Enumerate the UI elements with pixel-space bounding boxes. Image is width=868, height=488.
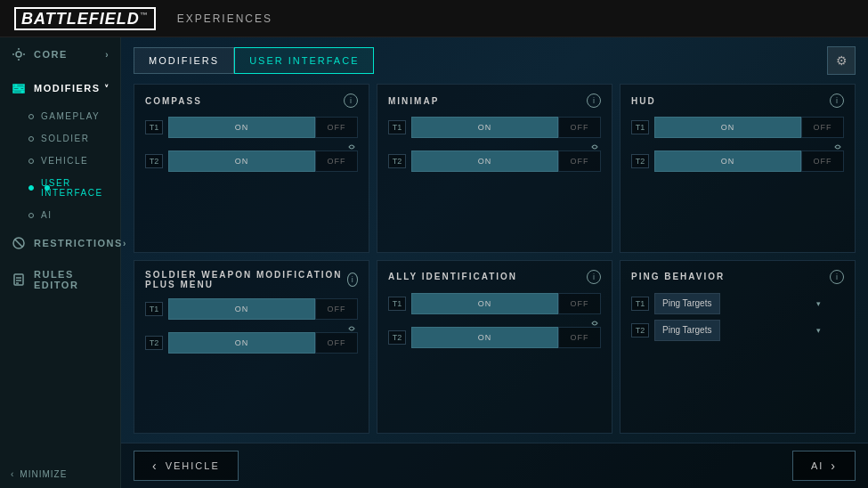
toggle-on-soldier-weapon-1[interactable]: ON <box>168 332 315 354</box>
sidebar-item-user-interface[interactable]: User Interface <box>28 172 120 204</box>
sidebar: CORE › MODIFIERS ˅ Gameplay <box>0 37 121 488</box>
chain-link-icon-ally-identification[interactable] <box>588 320 601 327</box>
toggle-on-hud-0[interactable]: ON <box>654 117 801 138</box>
topbar: BATTLEFIELD™ EXPERIENCES <box>0 0 868 37</box>
sidebar-dot-vehicle <box>28 159 34 164</box>
sidebar-label-rules-editor: RULES EDITOR <box>34 269 110 290</box>
gear-icon: ⚙ <box>836 53 848 68</box>
card-header-soldier-weapon: SOLDIER WEAPON MODIFICATION PLUS MENUi <box>145 270 358 289</box>
toggle-on-compass-0[interactable]: ON <box>168 117 315 138</box>
sidebar-minimize-button[interactable]: ‹ MINIMIZE <box>0 460 120 488</box>
prev-nav-label: VEHICLE <box>166 460 220 471</box>
toggle-off-soldier-weapon-1[interactable]: OFF <box>315 332 358 354</box>
toggle-switch-soldier-weapon-0[interactable]: ONOFF <box>168 298 358 320</box>
info-icon-hud[interactable]: i <box>830 94 844 108</box>
toggle-on-compass-1[interactable]: ON <box>168 150 315 172</box>
svg-point-4 <box>15 85 18 87</box>
svg-line-8 <box>15 240 23 248</box>
tier-label-ping-behavior-1: T2 <box>631 323 649 338</box>
sidebar-dot-soldier <box>28 136 34 142</box>
prev-arrow-icon: ‹ <box>152 459 158 473</box>
toggle-on-minimap-0[interactable]: ON <box>411 117 558 138</box>
sidebar-label-modifiers: MODIFIERS <box>34 83 101 94</box>
toggle-switch-minimap-0[interactable]: ONOFF <box>411 117 601 138</box>
toggle-off-ally-identification-1[interactable]: OFF <box>558 327 601 348</box>
toggle-on-soldier-weapon-0[interactable]: ON <box>168 298 315 320</box>
svg-point-5 <box>19 87 21 90</box>
tabs-bar: MODIFIERS USER INTERFACE ⚙ <box>121 37 868 75</box>
toggle-on-ally-identification-0[interactable]: ON <box>411 293 558 314</box>
sidebar-label-vehicle: Vehicle <box>41 156 88 166</box>
toggle-off-ally-identification-0[interactable]: OFF <box>558 293 601 314</box>
chain-container-hud <box>631 143 844 150</box>
tier-label-hud-0: T1 <box>631 120 649 134</box>
chain-container-compass <box>145 143 358 150</box>
toggle-switch-hud-1[interactable]: ONOFF <box>654 150 844 172</box>
info-icon-compass[interactable]: i <box>344 94 358 108</box>
minimize-label: MINIMIZE <box>20 469 67 479</box>
sidebar-item-restrictions[interactable]: RESTRICTIONS › <box>0 226 120 260</box>
info-icon-ping-behavior[interactable]: i <box>830 270 844 284</box>
sidebar-item-gameplay[interactable]: Gameplay <box>28 105 120 127</box>
tier-label-soldier-weapon-1: T2 <box>145 336 163 350</box>
toggle-switch-ally-identification-1[interactable]: ONOFF <box>411 327 601 348</box>
chain-link-icon-compass[interactable] <box>345 143 358 150</box>
sidebar-label-user-interface: User Interface <box>41 178 110 198</box>
toggle-off-minimap-1[interactable]: OFF <box>558 150 601 172</box>
tab-modifiers[interactable]: MODIFIERS <box>134 47 234 74</box>
tier-label-soldier-weapon-0: T1 <box>145 302 163 316</box>
sidebar-item-modifiers[interactable]: MODIFIERS ˅ <box>0 71 120 105</box>
info-icon-ally-identification[interactable]: i <box>587 270 601 284</box>
toggle-off-compass-0[interactable]: OFF <box>315 117 358 138</box>
card-title-soldier-weapon: SOLDIER WEAPON MODIFICATION PLUS MENU <box>145 270 347 289</box>
next-nav-button[interactable]: AI › <box>792 451 856 481</box>
svg-point-0 <box>16 52 21 57</box>
chain-link-icon-hud[interactable] <box>831 143 844 150</box>
chain-link-icon-minimap[interactable] <box>588 143 601 150</box>
toggle-off-hud-1[interactable]: OFF <box>801 150 844 172</box>
svg-point-6 <box>21 91 24 94</box>
toggle-off-soldier-weapon-0[interactable]: OFF <box>315 298 358 320</box>
tier-label-ally-identification-0: T1 <box>388 297 406 311</box>
chain-link-icon-soldier-weapon[interactable] <box>345 325 358 332</box>
sidebar-item-ai[interactable]: AI <box>28 204 120 226</box>
toggle-switch-soldier-weapon-1[interactable]: ONOFF <box>168 332 358 354</box>
sidebar-item-core[interactable]: CORE › <box>0 37 120 71</box>
dropdown-select-ping-behavior-1[interactable]: Ping TargetsOffAll <box>654 320 720 341</box>
toggle-switch-compass-0[interactable]: ONOFF <box>168 117 358 138</box>
toggle-switch-compass-1[interactable]: ONOFF <box>168 150 358 172</box>
sidebar-label-restrictions: RESTRICTIONS <box>34 238 123 248</box>
toggle-on-minimap-1[interactable]: ON <box>411 150 558 172</box>
sidebar-item-rules-editor[interactable]: RULES EDITOR <box>0 260 120 299</box>
sidebar-item-soldier[interactable]: Soldier <box>28 127 120 150</box>
toggle-switch-hud-0[interactable]: ONOFF <box>654 117 844 138</box>
toggle-switch-ally-identification-0[interactable]: ONOFF <box>411 293 601 314</box>
chain-container-soldier-weapon <box>145 325 358 332</box>
card-hud: HUDiT1ONOFFT2ONOFF <box>620 84 856 253</box>
sidebar-item-vehicle[interactable]: Vehicle <box>28 150 120 172</box>
topbar-nav[interactable]: EXPERIENCES <box>177 12 272 25</box>
sidebar-label-ai: AI <box>41 210 52 220</box>
tier-label-compass-1: T2 <box>145 154 163 168</box>
tab-user-interface[interactable]: USER INTERFACE <box>234 47 374 74</box>
tier-label-compass-0: T1 <box>145 120 163 134</box>
card-header-hud: HUDi <box>631 94 844 108</box>
next-nav-label: AI <box>811 460 823 471</box>
dropdown-row-ping-behavior-0: T1Ping TargetsOffAll▾ <box>631 293 844 314</box>
toggle-off-minimap-0[interactable]: OFF <box>558 117 601 138</box>
prev-nav-button[interactable]: ‹ VEHICLE <box>134 451 239 481</box>
dropdown-select-ping-behavior-0[interactable]: Ping TargetsOffAll <box>654 293 720 314</box>
sidebar-icon-modifiers <box>11 80 27 96</box>
toggle-row-ally-identification-0: T1ONOFF <box>388 293 601 314</box>
info-icon-soldier-weapon[interactable]: i <box>347 272 358 287</box>
toggle-on-hud-1[interactable]: ON <box>654 150 801 172</box>
toggle-row-hud-1: T2ONOFF <box>631 150 844 172</box>
minimize-arrow-icon: ‹ <box>11 469 14 479</box>
toggle-off-compass-1[interactable]: OFF <box>315 150 358 172</box>
gear-button[interactable]: ⚙ <box>827 46 856 75</box>
toggle-off-hud-0[interactable]: OFF <box>801 117 844 138</box>
info-icon-minimap[interactable]: i <box>587 94 601 108</box>
card-title-hud: HUD <box>631 96 656 106</box>
toggle-on-ally-identification-1[interactable]: ON <box>411 327 558 348</box>
toggle-switch-minimap-1[interactable]: ONOFF <box>411 150 601 172</box>
